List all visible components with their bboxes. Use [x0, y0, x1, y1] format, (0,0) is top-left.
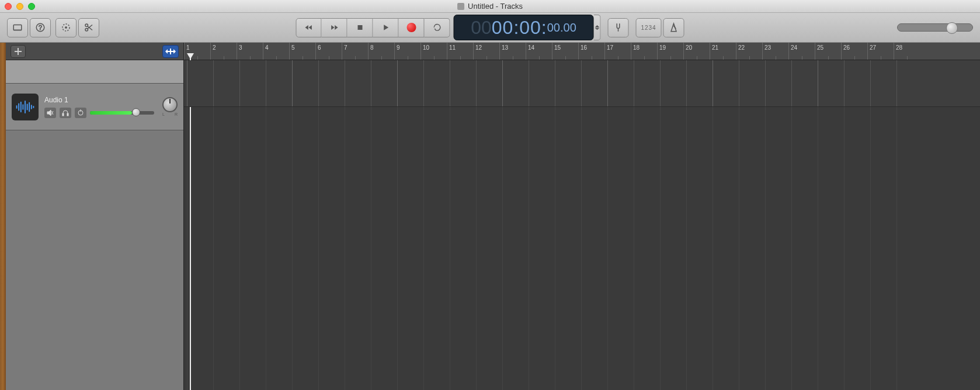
ruler-bar-number: 28 [896, 44, 902, 51]
tuning-fork-icon [613, 22, 624, 33]
forward-button[interactable] [322, 18, 347, 37]
dial-icon [61, 22, 71, 33]
ruler-bar[interactable]: 1 [184, 43, 210, 60]
ruler-bar-number: 25 [817, 44, 823, 51]
tuner-button[interactable] [608, 18, 629, 37]
ruler-bar[interactable]: 8 [368, 43, 394, 60]
forward-icon [329, 23, 339, 32]
ruler-bar[interactable]: 28 [894, 43, 920, 60]
ruler-bar[interactable]: 2 [210, 43, 237, 60]
arrange-track-lane[interactable] [184, 60, 980, 107]
ruler-bar[interactable]: 5 [289, 43, 315, 60]
ruler-bar[interactable]: 15 [552, 43, 578, 60]
cycle-icon [432, 23, 442, 32]
svg-text:?: ? [39, 24, 42, 31]
library-icon [12, 22, 23, 33]
play-button[interactable] [373, 18, 399, 37]
ruler-bar[interactable]: 16 [578, 43, 604, 60]
track-header-config-button[interactable] [162, 45, 179, 58]
ruler-bar[interactable]: 20 [683, 43, 710, 60]
add-track-button[interactable] [11, 45, 26, 58]
input-monitor-button[interactable] [75, 108, 86, 118]
ruler-bar[interactable]: 10 [421, 43, 447, 60]
count-in-button[interactable]: 1234 [636, 18, 662, 37]
window-title: Untitled - Tracks [457, 2, 523, 11]
track-spacer [6, 60, 183, 84]
ruler-bar[interactable]: 19 [657, 43, 683, 60]
timeline-ruler[interactable]: 1234567891011121314151617181920212223242… [184, 43, 980, 60]
track-volume-slider[interactable] [90, 111, 154, 115]
document-icon [457, 3, 464, 10]
ruler-bar[interactable]: 11 [447, 43, 473, 60]
ruler-bar[interactable]: 6 [315, 43, 342, 60]
ruler-bar[interactable]: 12 [473, 43, 499, 60]
master-volume-slider[interactable] [897, 23, 973, 32]
ruler-bar[interactable]: 7 [342, 43, 368, 60]
metronome-button[interactable] [663, 18, 684, 37]
stop-icon [355, 23, 364, 32]
lcd-time: 00:00: [492, 17, 547, 39]
svg-rect-39 [62, 113, 64, 116]
svg-marker-19 [671, 23, 676, 32]
pan-labels: L R [162, 112, 178, 116]
mute-button[interactable] [44, 108, 56, 118]
ruler-bar-number: 12 [475, 44, 482, 51]
ruler-bar[interactable]: 21 [710, 43, 736, 60]
lcd-mode-selector[interactable] [594, 15, 601, 40]
rewind-button[interactable] [296, 18, 322, 37]
ruler-bar[interactable]: 27 [867, 43, 894, 60]
editors-button[interactable] [78, 18, 99, 37]
track-name-label[interactable]: Audio 1 [44, 96, 157, 104]
workspace: Audio 1 [0, 43, 980, 390]
ruler-bar[interactable]: 18 [631, 43, 657, 60]
ruler-bar[interactable]: 3 [237, 43, 263, 60]
svg-rect-14 [357, 25, 362, 30]
arrange-area[interactable]: 1234567891011121314151617181920212223242… [184, 43, 980, 390]
solo-button[interactable] [60, 108, 71, 118]
ruler-bar[interactable]: 24 [788, 43, 815, 60]
track-volume-thumb[interactable] [132, 108, 140, 116]
chevron-down-icon [595, 25, 599, 30]
ruler-bar-number: 16 [581, 44, 587, 51]
quick-help-button[interactable]: ? [30, 18, 51, 37]
ruler-bar-number: 19 [659, 44, 666, 51]
track-volume-fill [90, 111, 132, 115]
track-type-icon[interactable] [12, 94, 39, 120]
ruler-bar-number: 21 [712, 44, 718, 51]
sliders-icon [165, 48, 176, 55]
pan-left-label: L [162, 112, 165, 116]
ruler-bar[interactable]: 4 [263, 43, 289, 60]
ruler-bar[interactable]: 26 [841, 43, 867, 60]
ruler-bar[interactable]: 22 [736, 43, 762, 60]
tracks-panel: Audio 1 [6, 43, 184, 390]
pan-knob[interactable] [162, 97, 178, 112]
ruler-bar[interactable]: 13 [499, 43, 526, 60]
cycle-button[interactable] [425, 18, 450, 37]
ruler-bar[interactable]: 23 [762, 43, 788, 60]
ruler-bar[interactable]: 17 [604, 43, 631, 60]
zoom-window-button[interactable] [28, 3, 35, 10]
lcd-display[interactable]: 00 00:00: 00.00 [454, 15, 594, 40]
svg-marker-36 [47, 110, 51, 116]
ruler-bar-number: 27 [870, 44, 876, 51]
record-button[interactable] [399, 18, 425, 37]
track-row[interactable]: Audio 1 [6, 84, 183, 130]
minimize-window-button[interactable] [16, 3, 23, 10]
ruler-bar[interactable]: 14 [526, 43, 552, 60]
ruler-bar[interactable]: 25 [815, 43, 841, 60]
scissors-icon [84, 22, 94, 33]
smart-controls-button[interactable] [55, 18, 77, 37]
ruler-bar-number: 17 [607, 44, 613, 51]
close-window-button[interactable] [5, 3, 12, 10]
ruler-bar-number: 20 [686, 44, 692, 51]
svg-marker-13 [335, 25, 338, 30]
library-button[interactable] [7, 18, 28, 37]
stop-button[interactable] [347, 18, 373, 37]
svg-marker-16 [434, 29, 436, 30]
ruler-bar[interactable]: 9 [394, 43, 421, 60]
arrange-empty-area[interactable] [184, 107, 980, 390]
play-icon [381, 23, 390, 32]
master-volume-thumb[interactable] [946, 22, 958, 34]
lcd-sub: 00.00 [547, 21, 576, 34]
ruler-bar-number: 13 [502, 44, 508, 51]
